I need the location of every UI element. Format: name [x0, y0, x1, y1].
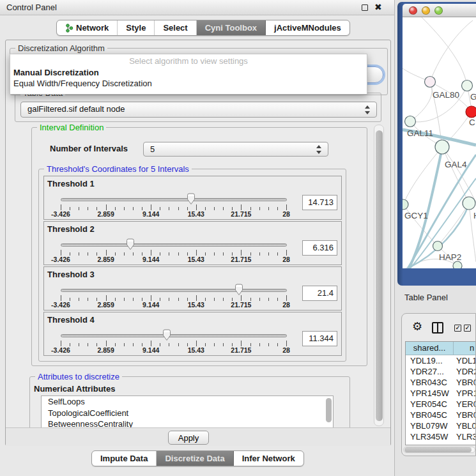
algorithm-dropdown-popup: Select algorithm to view settings Manual…	[10, 54, 367, 95]
node-label: H	[473, 211, 476, 220]
table-row[interactable]: YIL052CYIL0	[406, 442, 476, 445]
threshold-label: Threshold 2	[47, 224, 95, 234]
cell-shared-name[interactable]: YBR045C	[406, 410, 454, 420]
cell-shared-name[interactable]: YBR043C	[406, 377, 454, 388]
cell-name[interactable]: YBR0	[454, 377, 476, 388]
minimize-traffic-light[interactable]	[422, 6, 430, 15]
popup-item-equal-width[interactable]: Equal Width/Frequency Discretization	[13, 79, 152, 88]
tick-label: -3.426	[43, 301, 78, 309]
split-view-icon[interactable]	[432, 322, 443, 334]
network-node[interactable]	[453, 261, 462, 268]
close-traffic-light[interactable]	[409, 6, 417, 15]
close-icon[interactable]: ✖	[374, 2, 382, 12]
table-row[interactable]: YBL079WYBL0	[406, 420, 476, 431]
apply-button[interactable]: Apply	[168, 431, 209, 445]
network-node-hap2[interactable]	[433, 242, 443, 251]
tab-network[interactable]: Network	[57, 20, 118, 35]
tab-discretize-data[interactable]: Discretize Data	[157, 451, 233, 466]
float-window-icon[interactable]	[362, 4, 368, 11]
tab-impute-data[interactable]: Impute Data	[92, 451, 157, 466]
threshold-value-field[interactable]: 21.4	[302, 286, 337, 301]
threshold-coordinates-group: Threshold's Coordinates for 5 Intervals …	[38, 169, 346, 362]
checkbox-icon[interactable]: ✓	[454, 325, 461, 332]
slider-handle[interactable]	[234, 284, 244, 296]
popup-item-manual[interactable]: Manual Discretization	[13, 68, 99, 77]
slider-track[interactable]	[61, 334, 287, 337]
attribute-item[interactable]: TopologicalCoefficient	[42, 408, 333, 419]
tick-label: 21.715	[224, 301, 258, 309]
tab-style[interactable]: Style	[118, 20, 155, 35]
network-node-c[interactable]	[466, 106, 476, 118]
tick-label: 28	[269, 346, 303, 354]
table-row[interactable]: YER054CYER0	[406, 399, 476, 410]
network-node-ga[interactable]	[462, 81, 473, 91]
cell-shared-name[interactable]: YBL079W	[406, 420, 454, 431]
column-header-name[interactable]: n	[454, 342, 476, 355]
tab-label: Infer Network	[242, 454, 295, 463]
list-scrollbar-thumb[interactable]	[326, 398, 332, 422]
attributes-title: Attributes to discretize	[35, 372, 122, 381]
network-node-h[interactable]	[463, 197, 475, 210]
spinner-arrows-icon[interactable]	[316, 145, 322, 154]
table-row[interactable]: YBR045CYBR0	[406, 410, 476, 420]
cell-shared-name[interactable]: YLR345W	[406, 431, 454, 442]
panel-scrollbar-thumb[interactable]	[376, 130, 383, 421]
tick-label: -3.426	[43, 210, 78, 218]
slider-handle[interactable]	[186, 193, 196, 205]
tab-cyni-toolbox[interactable]: Cyni Toolbox	[197, 20, 266, 35]
checkbox-icon[interactable]: ✓	[464, 325, 471, 332]
panel-scrollbar-track[interactable]	[374, 125, 384, 426]
threshold-value-field[interactable]: 14.713	[302, 195, 337, 210]
network-node-gal4[interactable]	[435, 140, 449, 154]
cell-shared-name[interactable]: YIL052C	[406, 442, 454, 445]
table-hscrollbar[interactable]	[403, 447, 475, 453]
tick-label: 15.43	[179, 346, 213, 354]
table-row[interactable]: YDL19...YDL1	[406, 355, 476, 366]
network-node-gal11[interactable]	[405, 116, 416, 127]
table-data-combobox[interactable]: galFiltered.sif default node	[20, 102, 377, 118]
node-data-table[interactable]: shared... n YDL19...YDL1YDR27...YDR2YBR0…	[405, 341, 476, 445]
slider-ticks	[61, 204, 288, 210]
tab-select[interactable]: Select	[155, 20, 196, 35]
cell-name[interactable]: YER0	[454, 399, 476, 410]
cell-name[interactable]: YDR2	[454, 366, 476, 377]
cell-name[interactable]: YBR0	[454, 410, 476, 420]
table-panel-title: Table Panel	[404, 293, 448, 302]
network-canvas[interactable]: GAL80GACGAL11GAL4GCY1HHAP2	[403, 17, 476, 268]
slider-handle[interactable]	[162, 329, 172, 341]
cell-name[interactable]: YLR3	[454, 431, 476, 442]
cell-shared-name[interactable]: YPR145W	[406, 388, 454, 399]
table-row[interactable]: YLR345WYLR3	[406, 431, 476, 442]
column-header-shared[interactable]: shared...	[406, 342, 454, 355]
table-row[interactable]: YBR043CYBR0	[406, 377, 476, 388]
cell-name[interactable]: YIL0	[454, 442, 476, 445]
cell-name[interactable]: YBL0	[454, 420, 476, 431]
cell-shared-name[interactable]: YDL19...	[406, 355, 454, 366]
network-node-gal80[interactable]	[425, 77, 436, 88]
table-row[interactable]: YDR27...YDR2	[406, 366, 476, 377]
num-intervals-combobox[interactable]: 5	[143, 142, 328, 157]
table-hscrollbar-thumb[interactable]	[404, 447, 472, 452]
threshold-value-field[interactable]: 11.344	[302, 331, 337, 346]
spinner-arrows-icon[interactable]	[365, 105, 371, 114]
cell-name[interactable]: YPR1	[454, 388, 476, 399]
slider-handle[interactable]	[125, 238, 135, 250]
attributes-listbox[interactable]: SelfLoopsTopologicalCoefficientBetweenne…	[41, 395, 334, 427]
tab-infer-network[interactable]: Infer Network	[234, 451, 303, 466]
gear-icon[interactable]: ⚙	[412, 319, 422, 333]
network-node-gcy1[interactable]	[403, 199, 408, 210]
cell-name[interactable]: YDL1	[454, 355, 476, 366]
attribute-item[interactable]: BetweennessCentrality	[42, 418, 333, 427]
table-row[interactable]: YPR145WYPR1	[406, 388, 476, 399]
attribute-item[interactable]: SelfLoops	[42, 396, 333, 408]
tab-jactivemnodules[interactable]: jActiveMNodules	[266, 20, 349, 35]
zoom-traffic-light[interactable]	[434, 6, 443, 15]
threshold-value-field[interactable]: 6.316	[302, 240, 337, 256]
tick-label: -3.426	[43, 256, 78, 263]
cell-shared-name[interactable]: YER054C	[406, 399, 454, 410]
slider-track[interactable]	[61, 289, 287, 292]
slider-track[interactable]	[61, 198, 287, 201]
cell-shared-name[interactable]: YDR27...	[406, 366, 454, 377]
slider-track[interactable]	[61, 243, 287, 247]
threshold-label: Threshold 4	[47, 315, 95, 325]
